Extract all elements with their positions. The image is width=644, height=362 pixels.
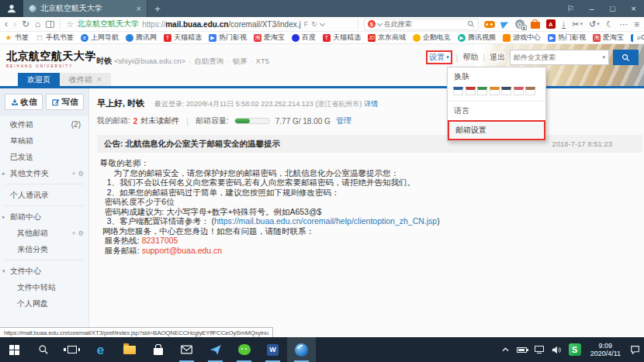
mail-search-box[interactable]: ▾: [510, 50, 609, 65]
new-tab-button[interactable]: +: [147, 0, 168, 17]
add-folder-icon[interactable]: +: [71, 229, 75, 237]
q-extension-icon[interactable]: Q0: [515, 19, 525, 29]
bookmark-item[interactable]: ▶腾讯视频: [458, 33, 496, 43]
settings-menu-button[interactable]: 设置▾: [428, 52, 451, 63]
sidebar-item[interactable]: ▸其他文件夹+⚙: [0, 165, 88, 181]
bookmarks-overflow-icon[interactable]: »: [633, 32, 641, 43]
sidebar-item[interactable]: ▾文件中心: [0, 263, 88, 279]
skin-swatch[interactable]: [525, 87, 535, 95]
volume-icon[interactable]: [548, 337, 565, 362]
unread-mail-link[interactable]: 封未读邮件: [140, 115, 179, 126]
taskbar-search-button[interactable]: [29, 337, 57, 362]
tab-close-icon[interactable]: ×: [137, 4, 141, 13]
mail-search-input[interactable]: [514, 53, 602, 61]
flash-save-icon[interactable]: F: [304, 20, 309, 28]
tray-expand-chevron-icon[interactable]: [498, 337, 513, 362]
paper-plane-extension-icon[interactable]: [500, 19, 510, 29]
shopping-bag-icon[interactable]: [531, 22, 540, 29]
action-center-button[interactable]: [626, 337, 644, 362]
bookmark-item[interactable]: 淘爱淘宝: [254, 33, 285, 43]
sidebar-item[interactable]: 已发送: [0, 149, 88, 165]
sidebar-item[interactable]: 草稿箱: [0, 133, 88, 149]
home-icon[interactable]: ⌂: [35, 19, 40, 29]
bookmark-item[interactable]: 游戏中心: [503, 33, 541, 43]
task-view-button[interactable]: [57, 337, 86, 362]
word-app[interactable]: W: [258, 337, 287, 362]
bookmark-item[interactable]: T天猫精选: [323, 33, 361, 43]
forward-icon[interactable]: ›: [13, 19, 16, 29]
back-icon[interactable]: ‹: [5, 19, 8, 29]
skin-swatch[interactable]: [477, 87, 487, 95]
browser-tab[interactable]: 北京航空航天大学 ×: [23, 0, 147, 17]
start-button[interactable]: [0, 337, 29, 362]
expand-arrow-icon[interactable]: ▸: [2, 214, 5, 220]
receive-mail-button[interactable]: 收信: [5, 94, 43, 110]
menu-icon[interactable]: ≡: [635, 20, 639, 29]
logout-link[interactable]: 退出: [489, 52, 506, 63]
quota-manage-link[interactable]: 管理: [336, 115, 351, 126]
bookmark-star-icon[interactable]: ☆: [66, 19, 74, 29]
bookmark-item[interactable]: 百度: [292, 33, 316, 43]
expand-arrow-icon[interactable]: ▸: [2, 171, 5, 177]
sidebar-item[interactable]: ▸邮箱中心: [0, 209, 88, 225]
search-scope-dropdown-icon[interactable]: ▾: [602, 54, 605, 60]
screenshot-tool[interactable]: ✂▾: [572, 20, 583, 29]
gear-icon[interactable]: ⚙: [78, 170, 84, 178]
bookmark-item[interactable]: e上网导航: [81, 33, 119, 43]
user-header-link[interactable]: XT5: [256, 57, 269, 65]
sidebar-item[interactable]: 来信分类: [0, 241, 88, 257]
skin-swatch[interactable]: [501, 87, 511, 95]
compose-mail-button[interactable]: 写信: [46, 94, 84, 110]
bookmark-item[interactable]: 淘爱淘宝: [593, 33, 624, 43]
paper-plane-app[interactable]: [201, 337, 230, 362]
ime-indicator[interactable]: S: [565, 337, 585, 362]
skin-swatch[interactable]: [453, 87, 463, 95]
more-icon[interactable]: ⋯: [620, 20, 628, 29]
feedback-flag-icon[interactable]: ⚐: [560, 0, 581, 17]
login-detail-link[interactable]: 详情: [364, 100, 378, 108]
user-header-link[interactable]: 锁屏: [232, 57, 247, 65]
bookmark-item[interactable]: JD京东商城: [368, 33, 406, 43]
menu-item-language[interactable]: 语言: [448, 102, 545, 120]
browser-search-input[interactable]: [384, 20, 465, 28]
edge-app[interactable]: e: [86, 337, 115, 362]
menu-item-skin[interactable]: 换肤: [448, 67, 545, 86]
skin-swatch[interactable]: [466, 87, 476, 95]
menu-item-mail-settings[interactable]: 邮箱设置: [448, 120, 545, 140]
mail-app[interactable]: [172, 337, 201, 362]
sidebar-item[interactable]: 个人通讯录: [0, 187, 88, 203]
tab-close-icon[interactable]: ×: [97, 75, 102, 84]
night-mode-icon[interactable]: ☾: [606, 20, 614, 29]
pdf-extension-icon[interactable]: A: [546, 19, 556, 29]
skin-swatch[interactable]: [514, 87, 524, 95]
minimize-button[interactable]: –: [581, 0, 602, 17]
taskbar-clock[interactable]: 9:092020/4/11: [585, 337, 626, 362]
bookmark-item[interactable]: 企鹅电竞: [413, 33, 451, 43]
page-rotate-icon[interactable]: ↻: [311, 20, 317, 28]
skin-swatch[interactable]: [490, 87, 500, 95]
sogou-browser-app[interactable]: [287, 337, 316, 362]
bookmark-item[interactable]: □手机书签: [36, 33, 74, 43]
game-center-icon[interactable]: [484, 21, 495, 28]
file-explorer-app[interactable]: [115, 337, 144, 362]
browser-profile-avatar[interactable]: [0, 0, 23, 17]
bookmark-item[interactable]: ★书签: [5, 33, 29, 43]
collapse-arrow-icon[interactable]: ▾: [2, 268, 5, 274]
search-engine-icon[interactable]: S: [368, 20, 376, 28]
maximize-button[interactable]: □: [602, 0, 623, 17]
network-icon[interactable]: [531, 337, 548, 362]
download-icon[interactable]: ↓: [562, 19, 566, 29]
client-config-link[interactable]: https://mail.buaa.edu.cn/coremail/help/c…: [214, 216, 437, 226]
help-link[interactable]: 帮助: [462, 52, 479, 63]
user-header-link[interactable]: 自助查询: [194, 57, 223, 65]
sidebar-item[interactable]: 其他邮箱+⚙: [0, 225, 88, 241]
store-app[interactable]: [144, 337, 172, 362]
bookmark-item[interactable]: ▶热门影视: [209, 33, 247, 43]
wechat-app[interactable]: [230, 337, 258, 362]
mail-search-button[interactable]: [613, 50, 639, 65]
close-button[interactable]: ×: [623, 0, 644, 17]
engine-dropdown-icon[interactable]: [377, 20, 383, 26]
battery-icon[interactable]: [513, 337, 531, 362]
sidebar-item[interactable]: 文件中转站: [0, 279, 88, 295]
sidebar-item[interactable]: 个人网盘: [0, 295, 88, 312]
